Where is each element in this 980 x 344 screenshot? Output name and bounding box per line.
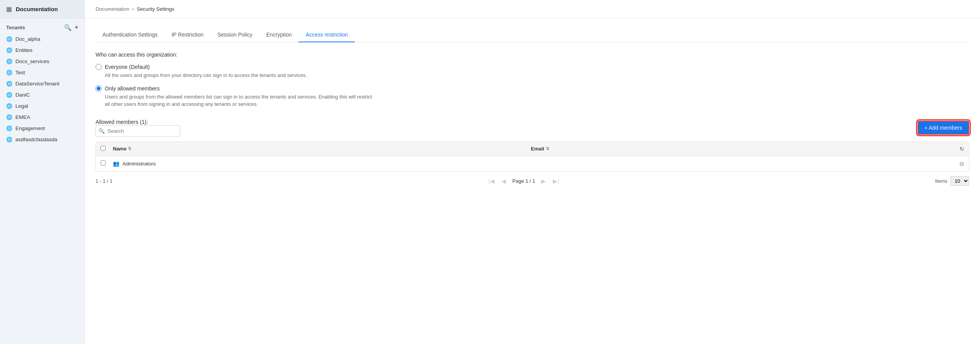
sidebar-item-emea[interactable]: 🌐EMEA [0, 112, 84, 123]
sidebar-item-label: Doc_alpha [15, 36, 40, 42]
search-icon: 🔍 [99, 128, 105, 134]
sidebar-item-legal[interactable]: 🌐Legal [0, 100, 84, 112]
sidebar-item-label: Test [15, 70, 25, 75]
globe-icon: 🌐 [6, 47, 12, 53]
globe-icon: 🌐 [6, 36, 12, 42]
pagination-page-label: Page 1 / 1 [512, 178, 535, 184]
add-tenant-icon[interactable]: + [75, 24, 78, 31]
access-options: Everyone (Default) All the users and gro… [96, 64, 969, 108]
sidebar-item-danic[interactable]: 🌐DaniC [0, 89, 84, 100]
search-wrap: 🔍 [96, 125, 180, 137]
pagination-range: 1 - 1 / 1 [96, 178, 112, 184]
sidebar-item-label: DataServiceTenant [15, 81, 59, 87]
globe-icon: 🌐 [6, 114, 12, 120]
only-allowed-desc: Users and groups from the allowed member… [105, 93, 374, 108]
tabs: Authentication SettingsIP RestrictionSes… [96, 28, 969, 42]
sidebar-section-title: Tenants 🔍 + [0, 18, 84, 33]
only-allowed-radio[interactable] [96, 85, 102, 92]
sidebar-item-entities[interactable]: 🌐Entities [0, 45, 84, 56]
only-allowed-radio-label[interactable]: Only allowed members [96, 85, 969, 92]
sidebar-item-engagement[interactable]: 🌐Engagement [0, 123, 84, 134]
globe-icon: 🌐 [6, 125, 12, 131]
page-content: Authentication SettingsIP RestrictionSes… [85, 18, 980, 344]
name-sort-icon[interactable]: ⇅ [128, 146, 131, 151]
row-name: 👥 Administrators [113, 160, 526, 167]
pagination-right: Items 10 25 50 [935, 176, 969, 186]
everyone-desc: All the users and groups from your direc… [105, 72, 374, 79]
email-column-header: Email ⇅ [531, 146, 944, 152]
pagination-controls: |◀ ◀ Page 1 / 1 ▶ ▶| [486, 176, 561, 186]
name-column-header: Name ⇅ [113, 146, 526, 152]
breadcrumb-root: Documentation [96, 6, 129, 12]
items-label: Items [935, 178, 947, 184]
app-title: Documentation [16, 6, 58, 12]
sidebar-item-label: Legal [15, 103, 28, 109]
tab-session[interactable]: Session Policy [210, 28, 259, 42]
email-sort-icon[interactable]: ⇅ [546, 146, 549, 151]
allowed-members-header: Allowed members (1): 🔍 + Add members [96, 119, 969, 137]
select-all-checkbox[interactable] [101, 146, 106, 151]
sidebar-item-label: Entities [15, 47, 32, 53]
refresh-icon[interactable]: ↻ [960, 146, 964, 152]
add-members-button[interactable]: + Add members [918, 121, 969, 135]
everyone-label: Everyone (Default) [105, 64, 150, 70]
sidebar-header: ▦ Documentation [0, 0, 84, 18]
row-checkbox[interactable] [101, 160, 106, 165]
tab-auth[interactable]: Authentication Settings [96, 28, 164, 42]
table-header: Name ⇅ Email ⇅ ↻ [96, 142, 969, 156]
last-page-button[interactable]: ▶| [550, 176, 561, 186]
who-can-access-label: Who can access this organization: [96, 52, 969, 58]
everyone-radio[interactable] [96, 64, 102, 70]
remove-icon[interactable]: ⊖ [959, 160, 964, 167]
sidebar-item-label: Engagement [15, 125, 45, 131]
sidebar-item-asdfasdcfasdasda[interactable]: 🌐asdfasdcfasdasda [0, 134, 84, 145]
table-row: 👥 Administrators ⊖ [96, 156, 969, 171]
breadcrumb: Documentation > Security Settings [85, 0, 980, 18]
access-restriction-section: Who can access this organization: Everyo… [96, 52, 969, 188]
breadcrumb-current: Security Settings [137, 6, 175, 12]
next-page-button[interactable]: ▶ [539, 176, 548, 186]
items-per-page-select[interactable]: 10 25 50 [950, 176, 969, 186]
main-content: Documentation > Security Settings Authen… [85, 0, 980, 344]
group-icon: 👥 [113, 160, 119, 167]
globe-icon: 🌐 [6, 103, 12, 109]
remove-row-button[interactable]: ⊖ [949, 160, 964, 167]
prev-page-button[interactable]: ◀ [499, 176, 508, 186]
sidebar-item-label: Docs_services [15, 58, 49, 64]
globe-icon: 🌐 [6, 137, 12, 142]
breadcrumb-separator: > [131, 6, 134, 12]
globe-icon: 🌐 [6, 92, 12, 98]
globe-icon: 🌐 [6, 70, 12, 75]
app-icon: ▦ [6, 5, 12, 13]
everyone-radio-label[interactable]: Everyone (Default) [96, 64, 969, 70]
tab-ip[interactable]: IP Restriction [164, 28, 210, 42]
sidebar: ▦ Documentation Tenants 🔍 + 🌐Doc_alpha🌐E… [0, 0, 85, 344]
refresh-button[interactable]: ↻ [949, 146, 964, 152]
sidebar-item-test[interactable]: 🌐Test [0, 67, 84, 78]
sidebar-item-docs-services[interactable]: 🌐Docs_services [0, 56, 84, 67]
sidebar-items-list: 🌐Doc_alpha🌐Entities🌐Docs_services🌐Test🌐D… [0, 33, 84, 145]
pagination: 1 - 1 / 1 |◀ ◀ Page 1 / 1 ▶ ▶| Items 10 … [96, 172, 969, 188]
tab-access[interactable]: Access restriction [299, 28, 355, 42]
members-table: Name ⇅ Email ⇅ ↻ 👥 [96, 142, 969, 172]
sidebar-item-doc-alpha[interactable]: 🌐Doc_alpha [0, 33, 84, 45]
sidebar-item-label: DaniC [15, 92, 30, 98]
everyone-option: Everyone (Default) All the users and gro… [96, 64, 969, 79]
search-input[interactable] [96, 125, 180, 137]
first-page-button[interactable]: |◀ [486, 176, 497, 186]
sidebar-item-label: EMEA [15, 114, 30, 120]
globe-icon: 🌐 [6, 58, 12, 64]
sidebar-item-data-service-tenant[interactable]: 🌐DataServiceTenant [0, 78, 84, 89]
only-allowed-label: Only allowed members [105, 85, 159, 92]
search-tenants-icon[interactable]: 🔍 [64, 24, 72, 31]
tab-encryption[interactable]: Encryption [259, 28, 299, 42]
sidebar-item-label: asdfasdcfasdasda [15, 137, 57, 142]
only-allowed-option: Only allowed members Users and groups fr… [96, 85, 969, 108]
allowed-members-title: Allowed members (1): [96, 119, 180, 125]
globe-icon: 🌐 [6, 81, 12, 87]
